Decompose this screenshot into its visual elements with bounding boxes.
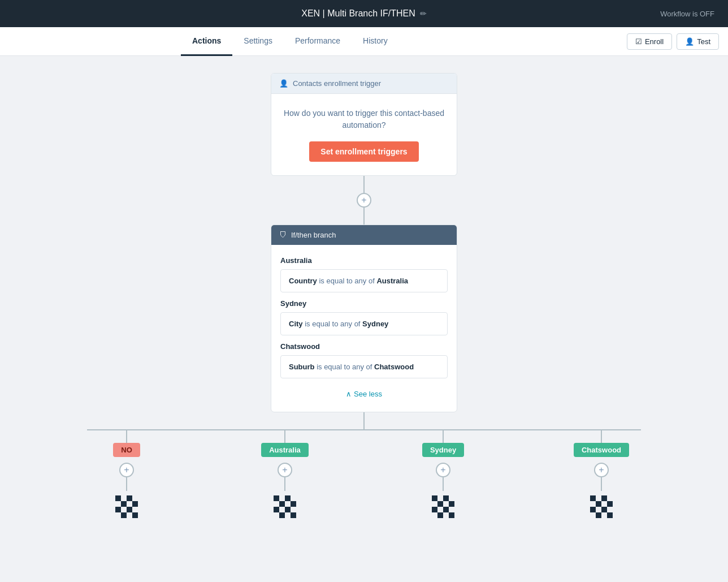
end-node-sydney bbox=[432, 495, 454, 518]
branch-section-sydney-label: Sydney bbox=[280, 299, 448, 308]
end-node-australia bbox=[274, 495, 296, 518]
branch-tree-icon: ⛉ bbox=[279, 231, 287, 239]
topbar: XEN | Multi Branch IF/THEN ✏ Workflow is… bbox=[0, 0, 728, 27]
connector-line-2 bbox=[363, 208, 365, 225]
person-icon: 👤 bbox=[279, 79, 288, 88]
branch-column-chatswood: Chatswood + bbox=[522, 429, 681, 518]
branches-horizontal-line bbox=[87, 429, 641, 430]
chevron-up-icon: ∧ bbox=[346, 390, 352, 398]
tab-actions[interactable]: Actions bbox=[181, 27, 232, 56]
nav-tabs: Actions Settings Performance History ☑ E… bbox=[0, 27, 728, 56]
add-step-sydney[interactable]: + bbox=[436, 463, 450, 477]
australia-connector-v2 bbox=[284, 477, 285, 491]
australia-condition-field: Country bbox=[289, 277, 317, 285]
connector-line-1 bbox=[363, 176, 365, 193]
sydney-connector-v bbox=[443, 429, 444, 443]
tab-settings[interactable]: Settings bbox=[232, 27, 284, 56]
chatswood-connector-v2 bbox=[601, 477, 602, 491]
workflow-title: XEN | Multi Branch IF/THEN bbox=[301, 8, 415, 19]
workflow-canvas: 👤 Contacts enrollment trigger How do you… bbox=[0, 56, 728, 582]
nav-actions: ☑ Enroll 👤 Test bbox=[627, 33, 719, 50]
branch-header-label: If/then branch bbox=[291, 231, 336, 239]
if-then-branch-card: ⛉ If/then branch Australia Country is eq… bbox=[271, 225, 457, 412]
sydney-condition-operator: is equal to any of bbox=[305, 320, 362, 328]
test-button[interactable]: 👤 Test bbox=[677, 33, 719, 50]
sydney-condition-value: Sydney bbox=[362, 320, 388, 328]
trigger-card-header: 👤 Contacts enrollment trigger bbox=[271, 74, 457, 94]
tab-performance[interactable]: Performance bbox=[284, 27, 352, 56]
end-node-no bbox=[115, 495, 138, 518]
branch-column-australia: Australia + bbox=[206, 429, 364, 518]
branch-label-australia: Australia bbox=[261, 443, 309, 457]
trigger-card-body: How do you want to trigger this contact-… bbox=[271, 94, 457, 175]
branch-label-no: NO bbox=[113, 443, 140, 457]
connector-line-3 bbox=[363, 412, 365, 429]
add-step-no[interactable]: + bbox=[119, 463, 134, 477]
enroll-button[interactable]: ☑ Enroll bbox=[627, 33, 672, 50]
australia-connector-v bbox=[284, 429, 285, 443]
trigger-body-text: How do you want to trigger this contact-… bbox=[283, 107, 445, 131]
chatswood-condition-field: Suburb bbox=[289, 363, 315, 371]
branch-column-sydney: Sydney + bbox=[364, 429, 522, 518]
branch-section-chatswood-label: Chatswood bbox=[280, 342, 448, 351]
enrollment-trigger-card: 👤 Contacts enrollment trigger How do you… bbox=[271, 73, 457, 176]
see-less-button[interactable]: ∧ See less bbox=[280, 385, 448, 403]
set-enrollment-triggers-button[interactable]: Set enrollment triggers bbox=[309, 141, 418, 162]
end-node-chatswood bbox=[590, 495, 613, 518]
add-step-australia[interactable]: + bbox=[278, 463, 292, 477]
chatswood-condition-operator: is equal to any of bbox=[317, 363, 374, 371]
enroll-icon: ☑ bbox=[635, 37, 642, 46]
australia-condition-operator: is equal to any of bbox=[319, 277, 374, 285]
branch-section-australia-label: Australia bbox=[280, 256, 448, 265]
trigger-header-label: Contacts enrollment trigger bbox=[293, 79, 381, 88]
australia-condition-box[interactable]: Country is equal to any of Australia bbox=[280, 269, 448, 292]
branch-column-no: NO + bbox=[47, 429, 206, 518]
branch-label-sydney: Sydney bbox=[422, 443, 464, 457]
branch-card-body: Australia Country is equal to any of Aus… bbox=[271, 245, 457, 412]
edit-icon[interactable]: ✏ bbox=[420, 9, 427, 18]
add-step-button-1[interactable]: + bbox=[357, 193, 371, 208]
chatswood-condition-value: Chatswood bbox=[374, 363, 414, 371]
no-connector-v bbox=[126, 429, 127, 443]
branch-label-chatswood: Chatswood bbox=[574, 443, 629, 457]
sydney-condition-box[interactable]: City is equal to any of Sydney bbox=[280, 312, 448, 335]
sydney-condition-field: City bbox=[289, 320, 303, 328]
sydney-connector-v2 bbox=[443, 477, 444, 491]
australia-condition-value: Australia bbox=[376, 277, 408, 285]
test-icon: 👤 bbox=[685, 37, 694, 46]
add-step-chatswood[interactable]: + bbox=[594, 463, 609, 477]
workflow-status: Workflow is OFF bbox=[660, 10, 714, 18]
topbar-title: XEN | Multi Branch IF/THEN ✏ bbox=[301, 8, 427, 19]
branch-card-header: ⛉ If/then branch bbox=[271, 225, 457, 245]
branches-container: NO + Australia + bbox=[25, 429, 703, 518]
chatswood-connector-v bbox=[601, 429, 602, 443]
no-connector-v2 bbox=[126, 477, 127, 491]
chatswood-condition-box[interactable]: Suburb is equal to any of Chatswood bbox=[280, 355, 448, 378]
tab-history[interactable]: History bbox=[352, 27, 399, 56]
